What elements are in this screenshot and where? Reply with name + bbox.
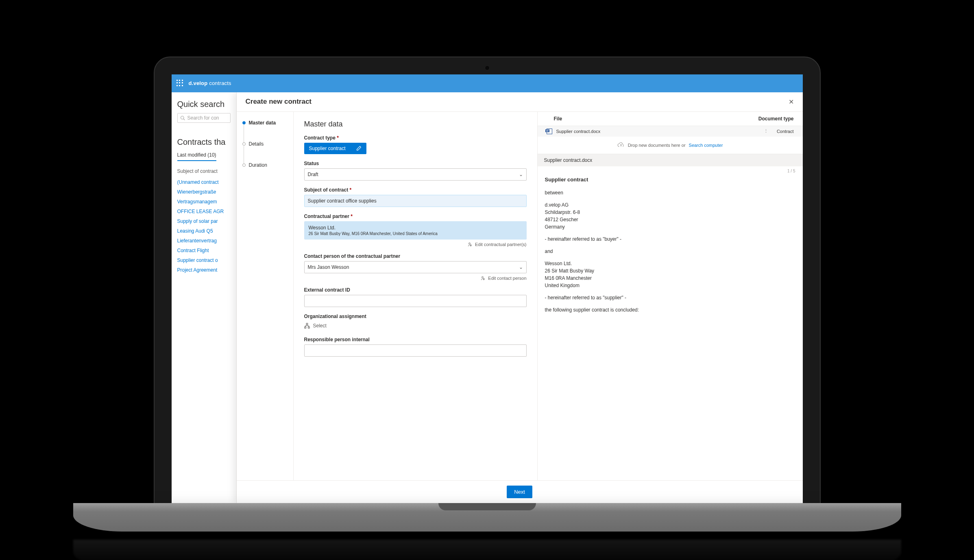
subject-input[interactable] [304,195,527,207]
contract-type-button[interactable]: Supplier contract [304,143,366,154]
contract-link[interactable]: Wienerbergstraße [177,187,231,197]
search-icon [180,115,185,120]
search-placeholder: Search for con [187,115,219,121]
external-id-label: External contract ID [304,287,527,293]
contact-label: Contact person of the contractual partne… [304,253,527,259]
drop-zone[interactable]: Drop new documents here or Search comput… [538,137,803,154]
svg-point-2 [469,242,471,244]
partner-label: Contractual partner [304,214,527,219]
contract-type-label: Contract type [304,135,527,141]
contract-link[interactable]: Lieferantenvertrag [177,236,231,246]
search-input[interactable]: Search for con [177,113,231,123]
document-preview: Supplier contract between d.velop AGSchi… [538,173,803,480]
subject-label: Subject of contract [304,187,527,193]
contract-link[interactable]: Vertragsmanagem [177,197,231,207]
org-select[interactable]: Select [304,321,527,330]
status-label: Status [304,161,527,166]
partner-name: Wesson Ltd. [309,225,522,231]
contracts-list: (Unnamed contract Wienerbergstraße Vertr… [177,177,231,275]
file-name: Supplier contract.docx [556,129,756,134]
external-id-input[interactable] [304,295,527,307]
status-select[interactable]: Draft ⌄ [304,168,527,181]
sidebar: Quick search Search for con Contracts th… [172,92,237,503]
partner-address: 26 Sir Matt Busby Way, M16 0RA Mancheste… [309,231,522,236]
edit-contact-link[interactable]: Edit contact person [304,276,527,281]
svg-rect-6 [308,327,309,328]
word-doc-icon [547,129,552,134]
contract-link[interactable]: Supply of solar par [177,216,231,226]
contract-link[interactable]: Leasing Audi Q5 [177,226,231,236]
step-master-data[interactable]: Master data [242,120,288,126]
contract-link[interactable]: (Unnamed contract [177,177,231,187]
search-computer-link[interactable]: Search computer [689,143,723,148]
contract-link[interactable]: Contract Flight [177,246,231,255]
contract-link[interactable]: Project Agreement [177,265,231,275]
drop-text: Drop new documents here or [628,143,686,148]
svg-point-0 [181,116,184,119]
section-title: Master data [304,120,527,129]
svg-point-3 [482,276,484,278]
svg-line-1 [183,119,185,120]
file-type: Contract [777,129,794,134]
step-details[interactable]: Details [242,141,288,147]
tab-last-modified[interactable]: Last modified (10) [177,152,216,161]
cloud-upload-icon [617,142,625,148]
org-label: Organizational assignment [304,314,527,319]
edit-icon [356,146,362,151]
next-button[interactable]: Next [507,486,532,498]
brand: d.velop contracts [189,80,231,86]
contracts-group-label: Subject of contract [177,168,231,174]
chevron-down-icon: ⌄ [519,172,523,177]
step-duration[interactable]: Duration [242,162,288,168]
file-column-header: File [547,116,758,122]
edit-partner-link[interactable]: Edit contractual partner(s) [304,242,527,247]
person-edit-icon [468,242,473,247]
page-indicator: 1 / 5 [538,166,803,173]
contact-select[interactable]: Mrs Jason Wesson ⌄ [304,261,527,273]
partner-card[interactable]: Wesson Ltd. 26 Sir Matt Busby Way, M16 0… [304,221,527,240]
create-contract-panel: Create new contract ✕ Master data Detail… [237,92,803,503]
form-column: Master data Contract type Supplier contr… [294,112,538,480]
laptop-camera [485,65,490,70]
app-launcher-icon[interactable] [176,80,184,87]
svg-rect-4 [306,323,308,325]
chevron-down-icon: ⌄ [519,264,523,270]
org-icon [304,323,310,329]
responsible-label: Responsible person internal [304,337,527,342]
contract-link[interactable]: Supplier contract o [177,255,231,265]
documents-column: File Document type Supplier contract.doc… [538,112,803,480]
form-steps: Master data Details Duration [237,112,294,480]
contract-link[interactable]: OFFICE LEASE AGR [177,207,231,216]
quick-search-title: Quick search [177,100,231,109]
panel-title: Create new contract [246,98,312,106]
doc-title-bar: Supplier contract.docx [538,154,803,166]
doctype-column-header: Document type [758,116,794,122]
preview-title: Supplier contract [545,176,795,184]
close-icon[interactable]: ✕ [789,98,794,106]
person-edit-icon [481,276,486,281]
responsible-input[interactable] [304,344,527,357]
more-icon[interactable]: ⋮ [764,129,769,134]
file-row[interactable]: Supplier contract.docx ⋮ Contract [538,126,803,137]
svg-rect-5 [304,327,306,328]
topbar: d.velop contracts [172,74,803,92]
contracts-section-title: Contracts tha [177,137,231,147]
